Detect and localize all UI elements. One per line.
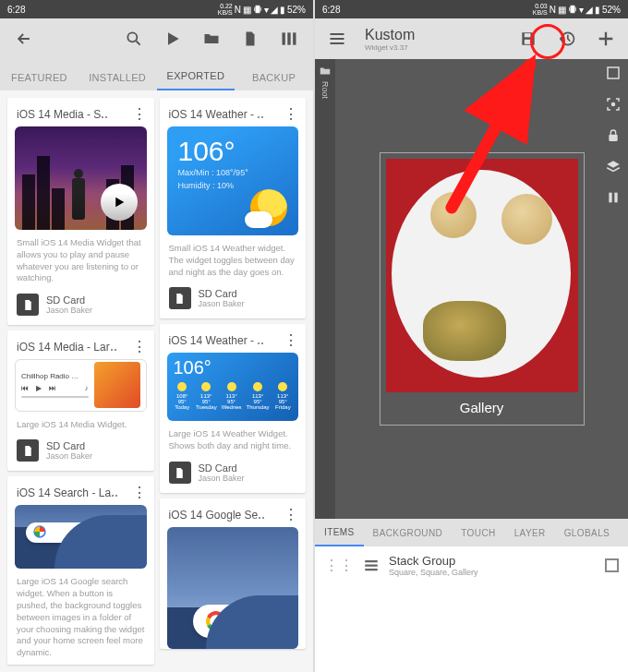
svg-rect-2 [287,32,290,44]
editor-tabs: ITEMS BACKGROUND TOUCH LAYER GLOBALS [315,519,628,546]
card-title: iOS 14 Media - Lar‥ [17,341,132,354]
toolbar [0,18,313,59]
svg-rect-8 [608,67,619,78]
category-tabs: FEATURED INSTALLED EXPORTED BACKUP [0,59,313,90]
clock: 6:28 [322,5,340,15]
gallery-image [386,159,578,392]
side-tools-right [598,59,628,519]
card-desc: Large iOS 14 Google search widget. When … [7,569,154,665]
svg-rect-14 [365,564,378,566]
card-preview [15,126,147,230]
battery-pct: 52% [287,5,306,15]
card-preview: 106° Max/Min : 108°/95° Humidity : 10% [167,126,299,235]
overflow-icon[interactable]: ⋮ [132,338,147,355]
tab-touch[interactable]: TOUCH [452,519,504,546]
back-button[interactable] [7,22,41,55]
pause-icon[interactable] [606,190,621,205]
search-pill: 🎤 [26,522,118,543]
search-button[interactable] [117,22,151,55]
canvas[interactable]: Gallery [335,59,628,519]
stop-icon[interactable] [605,65,622,81]
tab-background[interactable]: BACKGROUND [364,519,453,546]
card-desc: Large iOS 14 Weather Widget. Shows both … [160,421,307,458]
media-controls: ⏮▶⏭♪ [21,384,89,392]
card-preview [167,527,299,649]
vibrate-icon [253,5,262,14]
columns-button[interactable] [272,22,306,55]
tab-exported[interactable]: EXPORTED [157,70,236,90]
card-search[interactable]: iOS 14 Search - La‥ ⋮ 🎤 Large iOS 14 Goo… [7,476,154,665]
svg-rect-15 [365,569,378,570]
forecast-row: 108°95°Today 113°95°Tuesday 113°95°Wedne… [174,382,293,410]
editor-toolbar: Kustom Widget v3.37 [315,18,628,59]
clock: 6:28 [7,5,25,15]
tab-installed[interactable]: INSTALLED [78,72,157,90]
mic-icon: 🎤 [101,528,111,537]
temperature: 106° [178,136,288,167]
tab-globals[interactable]: GLOBALS [555,519,620,546]
play-icon [101,184,138,221]
overflow-icon[interactable]: ⋮ [284,506,298,523]
svg-point-0 [127,32,137,42]
google-icon [33,525,48,540]
card-title: iOS 14 Media - S‥ [17,108,132,121]
svg-rect-1 [283,32,285,44]
nfc-icon: N [235,5,241,15]
sdcard-icon [169,287,191,309]
svg-rect-6 [525,40,532,44]
add-button[interactable] [589,22,622,55]
card-title: iOS 14 Weather - ‥ [169,334,284,347]
tab-layer[interactable]: LAYER [505,519,555,546]
card-preview: 106° 108°95°Today 113°95°Tuesday 113°95°… [167,353,299,421]
svg-rect-3 [293,32,296,44]
list-item[interactable]: ⋮⋮ Stack Group Square, Square, Gallery [315,546,628,584]
history-button[interactable] [550,22,584,55]
tab-items[interactable]: ITEMS [315,519,364,546]
tab-featured[interactable]: FEATURED [0,72,78,90]
svg-rect-13 [365,560,378,562]
overflow-icon[interactable]: ⋮ [284,331,298,349]
overflow-icon[interactable]: ⋮ [132,105,147,123]
nfc2-icon: ▦ [243,5,251,15]
overflow-icon[interactable]: ⋮ [132,484,147,501]
screen-library: 6:28 0.22 KB/S N ▦ ▾ ◢ ▮ 52% FEATURED IN… [0,0,313,672]
gallery-label: Gallery [460,392,504,419]
edit-area: Root Gallery [315,59,628,519]
card-weather-small[interactable]: iOS 14 Weather - ‥ ⋮ 106° Max/Min : 108°… [160,98,307,318]
overflow-icon[interactable]: ⋮ [284,105,298,123]
folder-icon [319,65,332,78]
card-meta: SD CardJason Baker [7,290,154,325]
lock-icon[interactable] [606,127,621,144]
tab-backup[interactable]: BACKUP [235,72,313,90]
items-list: ⋮⋮ Stack Group Square, Square, Gallery [315,546,628,672]
card-title: iOS 14 Search - La‥ [17,486,132,499]
card-google-search[interactable]: iOS 14 Google Se‥ ⋮ [160,498,307,649]
status-bar: 6:28 0.22 KB/S N ▦ ▾ ◢ ▮ 52% [0,0,313,18]
album-art [94,362,140,408]
svg-rect-10 [609,135,617,141]
widget-frame[interactable]: Gallery [380,152,585,426]
sun-icon [250,189,287,226]
card-weather-large[interactable]: iOS 14 Weather - ‥ ⋮ 106° 108°95°Today 1… [160,324,307,493]
side-tab-left[interactable]: Root [315,59,335,519]
play-store-button[interactable] [156,22,189,55]
focus-icon[interactable] [605,96,622,113]
drag-handle-icon[interactable]: ⋮⋮ [324,557,354,574]
save-button[interactable] [512,22,545,55]
hamburger-button[interactable] [320,22,354,55]
sdcard-icon [169,462,191,484]
card-title: iOS 14 Google Se‥ [169,509,284,522]
item-sub: Square, Square, Gallery [389,568,596,577]
card-media-small[interactable]: iOS 14 Media - S‥ ⋮ Small iOS 14 Media W… [7,98,154,325]
status-bar: 6:28 0.03KB/S N▦ ▾◢▮52% [315,0,628,18]
layers-icon[interactable] [605,159,622,175]
card-preview: 🎤 [15,505,147,569]
card-media-large[interactable]: iOS 14 Media - Lar‥ ⋮ Chillhop Radio … ⏮… [7,330,154,471]
sdcard-icon [17,439,39,462]
folder-button[interactable] [195,22,228,55]
wifi-icon: ▾ [264,5,269,15]
card-title: iOS 14 Weather - ‥ [169,108,284,121]
cards-grid[interactable]: iOS 14 Media - S‥ ⋮ Small iOS 14 Media W… [0,90,313,672]
file-button[interactable] [234,22,267,55]
item-checkbox[interactable] [605,558,619,572]
